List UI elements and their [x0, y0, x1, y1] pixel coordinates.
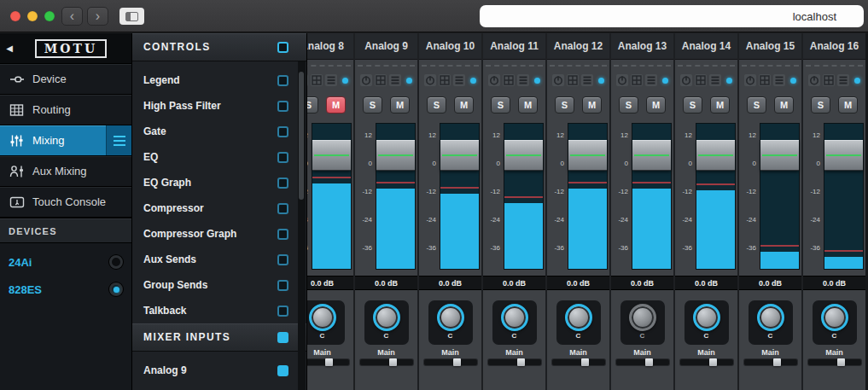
- channel-trim-icon[interactable]: [360, 74, 372, 86]
- output-mini-fader[interactable]: [424, 359, 477, 365]
- output-mini-fader-handle[interactable]: [645, 358, 653, 366]
- fader-handle[interactable]: [632, 140, 671, 171]
- forward-button[interactable]: ›: [87, 7, 108, 26]
- output-assign-label[interactable]: Main: [419, 348, 481, 357]
- output-mini-fader-handle[interactable]: [517, 358, 525, 366]
- pan-knob[interactable]: C: [364, 300, 409, 345]
- mute-button[interactable]: M: [774, 96, 794, 114]
- output-mini-fader-handle[interactable]: [389, 358, 397, 366]
- device-select-radio[interactable]: [109, 282, 123, 296]
- pan-knob-dial[interactable]: [629, 304, 656, 331]
- channel-routing-grid-icon[interactable]: [567, 74, 579, 86]
- mute-button[interactable]: M: [646, 96, 666, 114]
- pan-knob-dial[interactable]: [757, 304, 784, 331]
- solo-button[interactable]: S: [747, 96, 766, 114]
- pan-knob-dial[interactable]: [437, 304, 464, 331]
- controls-item-checkbox[interactable]: [277, 280, 288, 291]
- channel-fader[interactable]: 12 0 -12 -24 -36: [675, 124, 737, 272]
- pan-knob[interactable]: C: [749, 300, 793, 345]
- sidebar-item-touch-console[interactable]: Touch Console: [0, 187, 131, 218]
- solo-button[interactable]: S: [363, 96, 382, 114]
- channel-trim-icon[interactable]: [680, 74, 692, 86]
- controls-item-checkbox[interactable]: [277, 203, 288, 214]
- output-mini-fader-handle[interactable]: [581, 358, 589, 366]
- fader-track[interactable]: [696, 124, 735, 269]
- channel-mode-icon[interactable]: [517, 74, 529, 86]
- mute-button[interactable]: M: [838, 96, 858, 114]
- output-mini-fader[interactable]: [616, 359, 669, 365]
- device-list-item[interactable]: 24Ai: [0, 248, 131, 276]
- back-button[interactable]: ‹: [61, 7, 83, 26]
- channel-mode-icon[interactable]: [837, 74, 849, 86]
- channel-fader[interactable]: 12 0 -12 -24 -36: [483, 124, 545, 272]
- pan-knob[interactable]: C: [428, 300, 473, 345]
- fader-track[interactable]: [376, 124, 415, 269]
- output-mini-fader[interactable]: [744, 359, 797, 365]
- mixer-input-item[interactable]: Analog 10: [132, 383, 306, 390]
- panel-scrollbar[interactable]: [298, 61, 306, 390]
- fader-handle[interactable]: [376, 140, 415, 171]
- controls-list-item[interactable]: Gate: [132, 119, 306, 144]
- pan-knob[interactable]: C: [813, 300, 857, 345]
- fader-handle[interactable]: [504, 140, 543, 171]
- channel-fader[interactable]: 12 0 -12 -24 -36: [611, 124, 673, 272]
- channel-trim-icon[interactable]: [424, 74, 436, 86]
- browser-sidebar-toggle-button[interactable]: [119, 8, 144, 25]
- close-window-button[interactable]: [10, 11, 20, 21]
- channel-routing-grid-icon[interactable]: [823, 74, 835, 86]
- channel-mode-icon[interactable]: [325, 74, 337, 86]
- output-mini-fader[interactable]: [360, 359, 413, 365]
- output-assign-label[interactable]: Main: [611, 348, 673, 357]
- channel-routing-grid-icon[interactable]: [311, 74, 323, 86]
- solo-button[interactable]: S: [491, 96, 510, 114]
- output-mini-fader-handle[interactable]: [325, 358, 333, 366]
- channel-fader[interactable]: 12 0 -12 -24 -36: [419, 124, 481, 272]
- fader-track[interactable]: [760, 124, 799, 269]
- channel-trim-icon[interactable]: [552, 74, 564, 86]
- mute-button[interactable]: M: [710, 96, 730, 114]
- channel-routing-grid-icon[interactable]: [375, 74, 387, 86]
- solo-button[interactable]: S: [427, 96, 446, 114]
- output-mini-fader-handle[interactable]: [709, 358, 717, 366]
- device-select-radio[interactable]: [109, 255, 123, 269]
- pan-knob[interactable]: C: [684, 300, 729, 345]
- output-mini-fader-handle[interactable]: [837, 358, 845, 366]
- address-bar[interactable]: localhost: [480, 5, 864, 27]
- controls-list-item[interactable]: Legend: [132, 67, 306, 93]
- channel-mode-icon[interactable]: [389, 74, 401, 86]
- pan-knob-dial[interactable]: [373, 304, 400, 331]
- controls-item-checkbox[interactable]: [277, 229, 288, 240]
- zoom-window-button[interactable]: [44, 11, 55, 21]
- fader-track[interactable]: [824, 124, 863, 269]
- pan-knob-dial[interactable]: [565, 304, 592, 331]
- fader-track[interactable]: [440, 124, 479, 269]
- mute-button[interactable]: M: [518, 96, 538, 114]
- controls-list-item[interactable]: Compressor: [132, 195, 306, 221]
- channel-mode-icon[interactable]: [581, 74, 593, 86]
- fader-track[interactable]: [504, 124, 543, 269]
- fader-handle[interactable]: [824, 140, 863, 171]
- fader-handle[interactable]: [696, 140, 735, 171]
- mixer-input-checkbox[interactable]: [277, 365, 288, 376]
- channel-trim-icon[interactable]: [616, 74, 628, 86]
- controls-list-item[interactable]: EQ Graph: [132, 170, 306, 195]
- channel-routing-grid-icon[interactable]: [759, 74, 771, 86]
- pan-knob[interactable]: C: [620, 300, 665, 345]
- device-list-item[interactable]: 828ES: [0, 276, 131, 303]
- output-assign-label[interactable]: Main: [355, 348, 417, 357]
- controls-item-checkbox[interactable]: [277, 75, 288, 86]
- mute-button[interactable]: M: [390, 96, 410, 114]
- sidebar-item-aux-mixing[interactable]: Aux Mixing: [0, 156, 131, 187]
- controls-list-item[interactable]: EQ: [132, 144, 306, 170]
- channel-mode-icon[interactable]: [453, 74, 465, 86]
- channel-fader[interactable]: 12 0 -12 -24 -36: [739, 124, 801, 272]
- output-mini-fader[interactable]: [680, 359, 733, 365]
- output-mini-fader[interactable]: [808, 359, 861, 365]
- channel-mode-icon[interactable]: [709, 74, 721, 86]
- channel-routing-grid-icon[interactable]: [439, 74, 451, 86]
- output-mini-fader[interactable]: [488, 359, 541, 365]
- channel-fader[interactable]: 12 0 -12 -24 -36: [355, 124, 417, 272]
- solo-button[interactable]: S: [555, 96, 574, 114]
- panel-scrollbar-thumb[interactable]: [299, 72, 304, 200]
- controls-item-checkbox[interactable]: [277, 101, 288, 112]
